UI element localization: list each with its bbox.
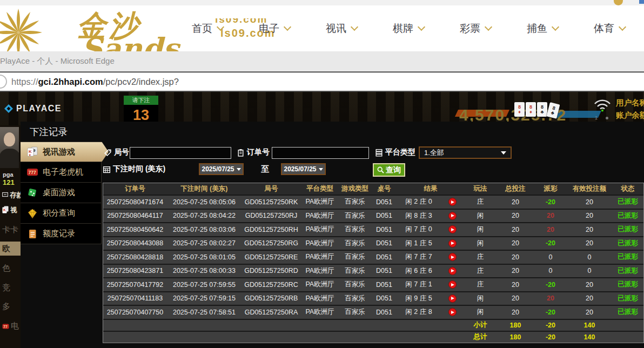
nav-item[interactable]: 电子	[241, 5, 308, 51]
total-row-payout: -20	[534, 333, 567, 341]
nav-item[interactable]: 视讯	[308, 5, 375, 51]
cell-round: GD051257250RD	[242, 267, 301, 275]
cell-bet-on: 庄	[464, 252, 497, 262]
clipboard-icon	[237, 149, 245, 157]
chevron-down-icon	[619, 23, 626, 31]
cell-time: 2025-07-25 08:04:22	[167, 212, 242, 219]
play-replay-icon[interactable]	[448, 225, 457, 233]
cell-replay	[440, 308, 464, 316]
sidebar-tab-电子老虎机[interactable]: 777电子老虎机	[21, 162, 102, 183]
lobby-menu-item[interactable]: 多	[0, 299, 21, 313]
date-from-button[interactable]: 2025/07/25	[199, 163, 244, 175]
table-games-icon	[26, 187, 38, 199]
nav-item-label: 捕鱼	[527, 22, 547, 36]
lobby-menu-label: 卡卡	[2, 225, 18, 235]
cell-time: 2025-07-25 08:02:27	[167, 239, 242, 247]
cell-platform: PA欧洲厅	[301, 239, 339, 248]
cell-order: 250725080443088	[103, 239, 167, 247]
round-input[interactable]	[130, 147, 231, 159]
platform-select[interactable]: 1.全部	[419, 146, 512, 159]
sidebar-tab-桌面游戏[interactable]: 桌面游戏	[21, 183, 102, 203]
order-input[interactable]	[272, 147, 369, 159]
game-stage: PLAYACE 请下注 13 4,570,325.72 8♦8♦8♣8♣ 1 2…	[0, 92, 644, 348]
deposit-icon	[2, 191, 8, 199]
sidebar-tab-label: 桌面游戏	[43, 188, 75, 198]
platform-icon	[375, 149, 383, 157]
cell-status: 已派彩	[612, 197, 643, 206]
play-replay-icon[interactable]	[448, 198, 457, 206]
cell-result: 闲 7 庄 0	[397, 225, 440, 234]
cell-time: 2025-07-25 07:59:15	[167, 295, 242, 302]
subtotal-row-label: 小计	[464, 320, 497, 330]
svg-text:♥: ♥	[29, 153, 31, 157]
site-header: 金沙 ls09.com ls09.com Sands 首页电子视讯棋牌彩票捕鱼体…	[0, 5, 644, 51]
column-header: 派彩	[534, 184, 567, 193]
nav-item[interactable]: 体育	[576, 5, 643, 51]
cell-total-bet: 20	[497, 239, 534, 247]
total-row-total-bet: 180	[497, 333, 534, 341]
cell-bet-on: 闲	[464, 239, 497, 248]
cell-replay	[440, 295, 464, 303]
cell-status: 已派彩	[612, 307, 643, 317]
cell-valid-bet: 20	[567, 226, 612, 233]
sidebar-tab-label: 积分查询	[43, 208, 75, 218]
playing-card: 8♦	[514, 102, 525, 117]
cell-time: 2025-07-25 08:00:33	[167, 267, 242, 275]
chevron-down-icon	[501, 151, 506, 155]
lobby-menu-item[interactable]: 存款	[0, 188, 21, 202]
cell-status: 已派彩	[612, 225, 643, 234]
nav-item[interactable]: 首页	[174, 5, 241, 51]
bet-timer: 请下注 13	[124, 96, 158, 125]
cell-bet-on: 闲	[464, 294, 497, 303]
avatar[interactable]	[0, 127, 19, 168]
address-bar[interactable]: https://gci.2hhapi.com/pc/pcv2/index.jsp…	[0, 72, 644, 92]
sidebar-tab-额度记录[interactable]: 额度记录	[21, 224, 102, 244]
date-to-button[interactable]: 2025/07/25	[281, 163, 326, 175]
svg-text:77: 77	[3, 324, 8, 328]
play-replay-icon[interactable]	[448, 280, 457, 289]
lobby-menu-label: 电	[11, 321, 19, 331]
sidebar-tab-积分查询[interactable]: 积分查询	[21, 203, 102, 224]
nav-item[interactable]: 捕鱼	[509, 5, 576, 51]
play-replay-icon[interactable]	[448, 295, 457, 303]
table-row: 2507250804238712025-07-25 08:00:33GD0512…	[103, 264, 643, 278]
lobby-menu-label: 多	[2, 302, 10, 312]
lobby-menu-item[interactable]: 色	[0, 261, 21, 275]
table-row: 2507250704077502025-07-25 07:58:51GD0512…	[103, 305, 643, 319]
table-header-row: 订单号下注时间 (美东)局号平台类型游戏类型桌号结果玩法总投注派彩有效投注额状态	[103, 183, 643, 195]
cell-order: 250725080471674	[103, 198, 167, 206]
table-row: 2507250704111832025-07-25 07:59:15GD0512…	[103, 291, 643, 305]
slot-machine-icon: 777	[26, 166, 38, 178]
sidebar-tab-视讯游戏[interactable]: 9K♥视讯游戏	[21, 142, 109, 162]
nav-item[interactable]: 彩票	[442, 5, 509, 51]
cell-payout: 0	[534, 253, 567, 261]
cell-status: 已派彩	[612, 211, 643, 220]
subtotal-row: 小计180-20140	[103, 319, 643, 331]
cell-order: 250725080450642	[103, 226, 167, 233]
play-replay-icon[interactable]	[448, 267, 457, 275]
playing-card: 8♦	[526, 102, 536, 117]
cell-payout: 0	[534, 267, 567, 275]
cell-bet-on: 闲	[464, 225, 497, 234]
playace-logo: PLAYACE	[4, 104, 62, 113]
cell-time: 2025-07-25 07:59:55	[167, 281, 242, 289]
lobby-menu-item[interactable]: 竞	[0, 280, 21, 295]
table-row: 2507250804641172025-07-25 08:04:22GD0512…	[103, 209, 643, 223]
lobby-menu-item[interactable]: K视	[0, 203, 21, 217]
nav-item[interactable]: 棋牌	[375, 5, 442, 51]
play-replay-icon[interactable]	[448, 239, 457, 247]
lobby-menu-item[interactable]: 欧	[0, 242, 21, 256]
cell-bet-on: 闲	[464, 307, 497, 317]
search-button[interactable]: 查询	[373, 163, 405, 177]
platform-filter-label: 平台类型	[375, 148, 415, 157]
cell-platform: PA欧洲厅	[301, 294, 339, 303]
cell-time: 2025-07-25 08:03:06	[167, 226, 242, 233]
play-replay-icon[interactable]	[448, 308, 457, 316]
cell-replay	[440, 239, 464, 247]
to-label: 至	[261, 164, 269, 175]
lobby-menu-item[interactable]: 卡卡	[0, 223, 21, 237]
chevron-down-icon	[319, 168, 323, 171]
play-replay-icon[interactable]	[448, 253, 457, 261]
play-replay-icon[interactable]	[448, 212, 457, 220]
lobby-menu-item[interactable]: 77电	[0, 319, 21, 333]
